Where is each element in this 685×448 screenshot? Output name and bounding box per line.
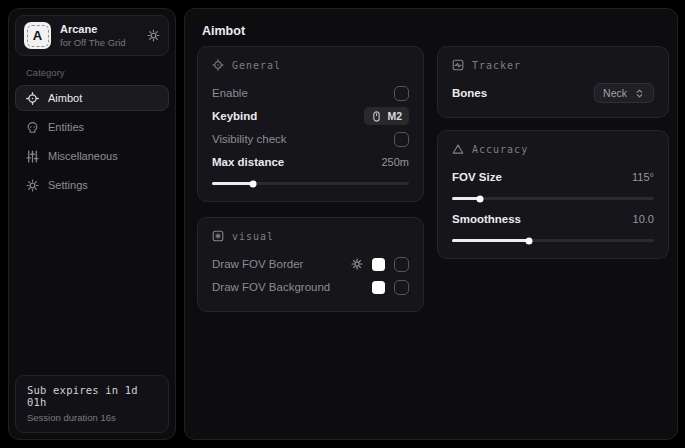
bones-select[interactable]: Neck (594, 83, 654, 103)
bones-row: Bones Neck (452, 82, 654, 104)
main-panel: Aimbot General Enable (184, 8, 678, 440)
tracker-icon (452, 59, 464, 71)
accuracy-card-header: Accuracy (452, 143, 654, 155)
general-card: General Enable Keybind M2 (197, 46, 424, 202)
app-header-card: A Arcane for Off The Grid (15, 15, 169, 56)
max-distance-label: Max distance (212, 156, 284, 168)
draw-fov-border-row: Draw FOV Border (212, 253, 409, 275)
smoothness-value: 10.0 (633, 213, 654, 225)
subscription-card: Sub expires in 1d 01h Session duration 1… (15, 375, 169, 433)
app-logo: A (24, 22, 51, 49)
app-name: Arcane (60, 23, 126, 35)
sidebar-nav: Aimbot Entities Miscellaneous (9, 85, 175, 198)
app-logo-letter: A (33, 28, 42, 43)
slider-fill (212, 182, 253, 185)
sidebar-item-aimbot[interactable]: Aimbot (15, 85, 169, 111)
gear-icon[interactable] (147, 29, 160, 42)
sidebar-item-entities[interactable]: Entities (15, 114, 169, 140)
page-title: Aimbot (202, 24, 245, 38)
enable-checkbox[interactable] (394, 86, 409, 101)
crosshair-icon (212, 59, 224, 71)
category-label: Category (26, 67, 158, 78)
max-distance-value: 250m (381, 156, 409, 168)
app-titles: Arcane for Off The Grid (60, 23, 126, 48)
draw-fov-background-label: Draw FOV Background (212, 281, 330, 293)
gear-icon[interactable] (351, 258, 363, 270)
draw-fov-background-row: Draw FOV Background (212, 276, 409, 298)
fov-size-row: FOV Size 115° (452, 166, 654, 188)
keybind-value: M2 (387, 110, 402, 122)
tracker-header-label: Tracker (472, 60, 521, 71)
skull-icon (26, 121, 39, 134)
keybind-label: Keybind (212, 110, 257, 122)
triangle-icon (452, 143, 464, 155)
max-distance-row: Max distance 250m (212, 151, 409, 173)
visibility-check-row: Visibility check (212, 128, 409, 150)
smoothness-row: Smoothness 10.0 (452, 208, 654, 230)
crosshair-icon (26, 92, 39, 105)
draw-fov-border-checkbox[interactable] (394, 257, 409, 272)
slider-thumb[interactable] (525, 237, 532, 244)
visual-card: visual Draw FOV Border (197, 217, 424, 312)
chevrons-up-down-icon (634, 88, 645, 99)
bones-value: Neck (603, 87, 627, 99)
max-distance-slider[interactable] (212, 182, 409, 185)
visual-header-label: visual (232, 231, 274, 242)
visibility-check-label: Visibility check (212, 133, 287, 145)
general-card-header: General (212, 59, 409, 71)
sidebar-item-settings[interactable]: Settings (15, 172, 169, 198)
sidebar-item-label: Settings (48, 179, 88, 191)
gear-icon (26, 179, 39, 192)
visual-icon (212, 230, 224, 242)
mouse-icon (371, 111, 382, 122)
slider-fill (452, 239, 529, 242)
bones-label: Bones (452, 87, 487, 99)
draw-fov-background-checkbox[interactable] (394, 280, 409, 295)
smoothness-slider[interactable] (452, 239, 654, 242)
column-left: General Enable Keybind M2 (197, 46, 424, 312)
keybind-button[interactable]: M2 (364, 107, 409, 125)
fov-border-color-swatch[interactable] (372, 258, 385, 271)
sidebar-item-label: Miscellaneous (48, 150, 118, 162)
sliders-icon (26, 150, 39, 163)
draw-fov-border-controls (351, 257, 409, 272)
fov-background-color-swatch[interactable] (372, 281, 385, 294)
fov-size-value: 115° (632, 171, 654, 183)
sidebar-item-label: Aimbot (48, 92, 82, 104)
sub-expires-text: Sub expires in 1d 01h (27, 384, 157, 408)
enable-label: Enable (212, 87, 248, 99)
general-header-label: General (232, 60, 281, 71)
visibility-check-checkbox[interactable] (394, 132, 409, 147)
slider-thumb[interactable] (477, 195, 484, 202)
session-duration-text: Session duration 16s (27, 412, 157, 423)
accuracy-header-label: Accuracy (472, 144, 528, 155)
tracker-card-header: Tracker (452, 59, 654, 71)
sidebar: A Arcane for Off The Grid Category (8, 8, 176, 440)
slider-thumb[interactable] (250, 180, 257, 187)
draw-fov-border-label: Draw FOV Border (212, 258, 303, 270)
app-subtitle: for Off The Grid (60, 37, 126, 48)
fov-size-label: FOV Size (452, 171, 502, 183)
sidebar-item-miscellaneous[interactable]: Miscellaneous (15, 143, 169, 169)
accuracy-card: Accuracy FOV Size 115° Smoothness 10.0 (437, 130, 669, 259)
sidebar-item-label: Entities (48, 121, 84, 133)
enable-row: Enable (212, 82, 409, 104)
fov-size-slider[interactable] (452, 197, 654, 200)
keybind-row: Keybind M2 (212, 105, 409, 127)
column-right: Tracker Bones Neck (437, 46, 669, 259)
draw-fov-background-controls (372, 280, 409, 295)
app-window: { "app": { "logo_letter": "A", "name": "… (0, 0, 685, 448)
smoothness-label: Smoothness (452, 213, 521, 225)
visual-card-header: visual (212, 230, 409, 242)
tracker-card: Tracker Bones Neck (437, 46, 669, 118)
